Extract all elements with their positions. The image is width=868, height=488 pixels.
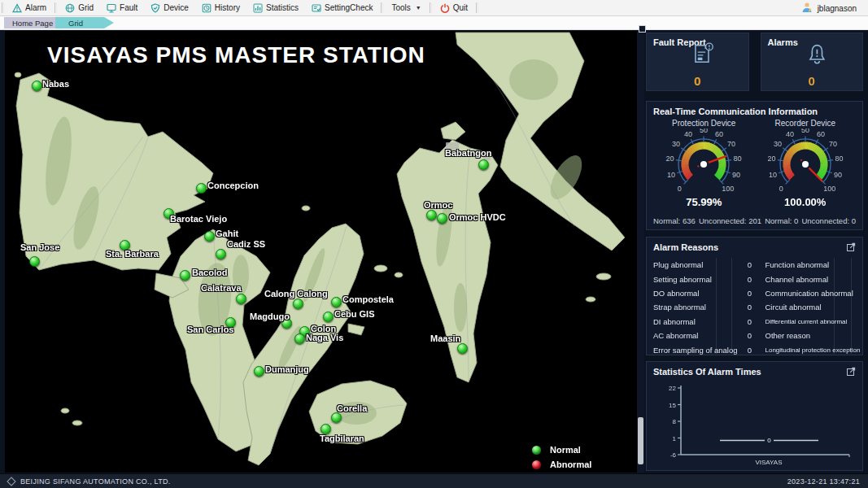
station-label: Cebu GIS xyxy=(334,309,375,319)
station-dot-icon xyxy=(236,294,246,304)
toolbar-item-settingcheck[interactable]: SettingCheck xyxy=(305,0,379,15)
alarm-reason-count: 0 xyxy=(860,331,868,340)
svg-text:100: 100 xyxy=(722,185,734,193)
gauge-stat: Normal: 0 xyxy=(765,216,798,225)
svg-text:10: 10 xyxy=(769,171,777,179)
station-dot-icon xyxy=(331,412,342,423)
toolbar-item-label: History xyxy=(215,3,240,12)
svg-text:30: 30 xyxy=(672,140,680,148)
statistics-icon xyxy=(253,3,263,13)
toolbar-item-quit[interactable]: Quit xyxy=(434,0,474,15)
alarm-reason-label: DO abnormal xyxy=(653,289,738,298)
tab-grid[interactable]: Grid xyxy=(55,17,114,28)
abnormal-dot-icon xyxy=(532,460,541,469)
toolbar-item-label: Device xyxy=(164,3,189,12)
svg-text:70: 70 xyxy=(727,140,735,148)
station-dot-icon xyxy=(478,159,489,170)
alarm-reason-count: 0 xyxy=(738,303,762,312)
station-label: Naga Vis xyxy=(306,333,343,342)
station-dot-icon xyxy=(331,297,342,307)
user-name: jblagnason xyxy=(818,4,857,13)
alarm-reason-row: AC abnormal0 xyxy=(653,329,762,342)
station-dot-icon xyxy=(196,183,207,194)
user-account[interactable]: jblagnason xyxy=(801,0,857,16)
alarm-reason-count: 0 xyxy=(860,346,868,355)
toolbar-item-label: SettingCheck xyxy=(325,3,373,12)
toolbar-item-label: Grid xyxy=(78,3,94,12)
legend-abnormal-label: Abnormal xyxy=(550,460,591,469)
station-label: Gahit xyxy=(216,229,238,238)
toolbar-item-statistics[interactable]: Statistics xyxy=(246,0,305,15)
svg-text:22: 22 xyxy=(669,385,676,392)
svg-text:100: 100 xyxy=(823,185,835,193)
svg-text:50: 50 xyxy=(700,129,708,134)
settingcheck-icon xyxy=(312,3,321,13)
expand-alarm-reasons-icon[interactable] xyxy=(847,242,856,251)
alarm-reason-row: DO abnormal0 xyxy=(653,286,762,300)
alarm-reason-label: Differential current abnormal xyxy=(765,318,861,325)
svg-text:80: 80 xyxy=(835,155,843,163)
svg-text:60: 60 xyxy=(715,130,723,138)
station-dot-icon xyxy=(29,256,40,267)
map-scrollbar-thumb[interactable] xyxy=(638,417,643,464)
svg-text:60: 60 xyxy=(817,130,825,138)
toolbar-item-label: Fault xyxy=(120,3,137,12)
svg-text:20: 20 xyxy=(767,155,775,163)
alarm-reason-count: 0 xyxy=(738,289,762,298)
station-label: Babatngon xyxy=(445,148,491,158)
station-label: Calong Calong xyxy=(264,289,328,298)
station-dot-icon xyxy=(216,249,226,259)
gauge-recorder-device: 0102030405060708090100100.00% xyxy=(755,129,857,208)
svg-text:10: 10 xyxy=(667,171,675,179)
svg-text:1: 1 xyxy=(673,435,677,442)
toolbar-item-history[interactable]: History xyxy=(195,0,246,15)
map-legend: Normal Abnormal xyxy=(532,442,591,472)
right-panel: Fault Report 0 Alarms 0 Real-Time Commun… xyxy=(646,31,863,473)
legend-normal-label: Normal xyxy=(550,445,581,455)
fault-report-count: 0 xyxy=(647,74,748,88)
legend-abnormal: Abnormal xyxy=(532,457,591,472)
alarms-count: 0 xyxy=(761,74,863,88)
map-scrollbar[interactable] xyxy=(637,31,644,473)
bell-icon xyxy=(804,41,830,70)
alarm-reason-count: 0 xyxy=(738,260,762,269)
toolbar-item-fault[interactable]: Fault xyxy=(100,0,144,15)
svg-text:20: 20 xyxy=(666,155,674,163)
alarm-icon xyxy=(12,3,22,13)
station-label: Compostela xyxy=(342,294,394,304)
toolbar-item-device[interactable]: Device xyxy=(144,0,195,15)
svg-text:80: 80 xyxy=(734,155,742,163)
station-label: Maasin xyxy=(430,333,460,343)
toolbar-item-tools[interactable]: Tools▼ xyxy=(385,0,427,15)
alarm-reason-count: 0 xyxy=(860,317,868,326)
expand-statistics-icon[interactable] xyxy=(847,367,856,376)
alarm-reason-count: 0 xyxy=(860,260,868,269)
fault-report-card[interactable]: Fault Report 0 xyxy=(646,33,749,91)
toolbar-item-grid[interactable]: Grid xyxy=(59,0,100,15)
svg-text:-6: -6 xyxy=(670,451,677,459)
alarm-reason-row: Differential current abnormal0 xyxy=(765,315,868,329)
alarm-reason-count: 0 xyxy=(738,275,762,284)
alarms-card[interactable]: Alarms 0 xyxy=(761,33,864,91)
alarm-reason-row: Channel abnormal0 xyxy=(765,272,868,285)
map-view[interactable]: VISAYAS PMS MASTER STATION NabasSan Jose… xyxy=(5,31,637,473)
svg-text:50: 50 xyxy=(801,129,809,134)
alarm-reasons-title: Alarm Reasons xyxy=(653,242,718,252)
monitor-icon xyxy=(107,3,116,13)
alarm-reason-label: Setting abnormal xyxy=(653,275,738,284)
alarm-reason-label: DI abnormal xyxy=(653,317,738,326)
toolbar-item-alarm[interactable]: Alarm xyxy=(6,0,53,15)
station-dot-icon xyxy=(426,210,437,220)
alarm-reason-row: Circuit abnormal0 xyxy=(765,300,868,314)
svg-text:30: 30 xyxy=(774,140,782,148)
alarm-reason-row: Function abnormal0 xyxy=(765,258,868,272)
protection-device-label: Protection Device xyxy=(653,119,755,128)
legend-normal: Normal xyxy=(532,442,591,457)
alarm-reason-label: Strap abnormal xyxy=(653,303,738,312)
toolbar-separator xyxy=(381,2,383,13)
station-dot-icon xyxy=(180,270,190,281)
collapse-panel-icon[interactable] xyxy=(639,25,646,33)
company-logo-icon xyxy=(7,477,15,486)
gauge-protection-device: 010203040506070809010075.99% xyxy=(653,129,755,208)
gauge-stat: Unconnected: 201 xyxy=(699,216,761,225)
